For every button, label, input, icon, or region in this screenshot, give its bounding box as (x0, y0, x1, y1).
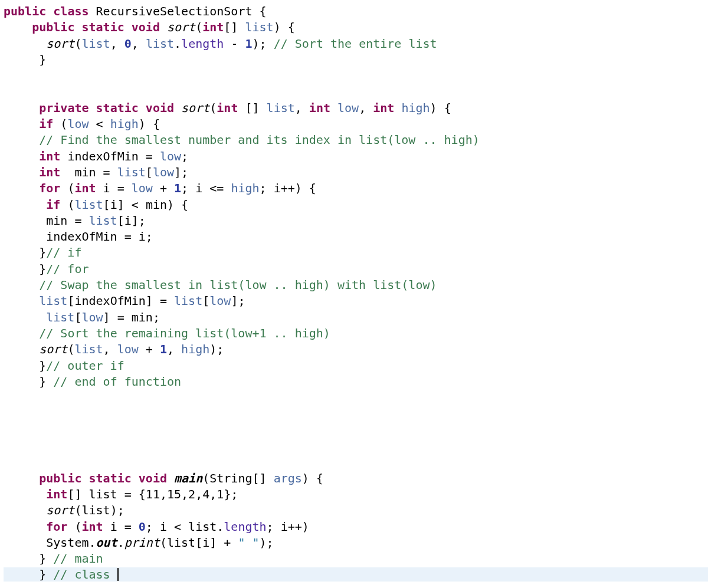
line-3: sort(list, 0, list.length - 1); // Sort … (4, 37, 437, 51)
line-10: int indexOfMin = low; (4, 149, 188, 163)
line-7: private static void sort(int [] list, in… (4, 101, 451, 115)
line-2: public static void sort(int[] list) { (4, 20, 295, 34)
line-6 (4, 84, 11, 98)
line-34: System.out.print(list[i] + " "); (4, 536, 274, 550)
line-29 (4, 455, 11, 469)
line-25 (4, 390, 11, 405)
line-31: int[] list = {11,15,2,4,1}; (4, 487, 238, 501)
line-24: } // end of function (4, 375, 181, 389)
line-13: if (list[i] < min) { (4, 198, 188, 212)
line-17: }// for (4, 262, 89, 276)
line-18: // Swap the smallest in list(low .. high… (4, 278, 437, 292)
line-33: for (int i = 0; i < list.length; i++) (4, 520, 309, 534)
line-22: sort(list, low + 1, high); (4, 342, 224, 356)
line-30: public static void main(String[] args) { (4, 471, 323, 485)
line-14: min = list[i]; (4, 213, 146, 228)
line-23: }// outer if (4, 359, 124, 373)
line-26 (4, 406, 11, 421)
line-27 (4, 423, 11, 437)
line-12: for (int i = low + 1; i <= high; i++) { (4, 181, 316, 195)
line-35: } // main (4, 551, 103, 566)
line-21: // Sort the remaining list(low+1 .. high… (4, 326, 330, 340)
line-15: indexOfMin = i; (4, 229, 153, 244)
code-editor[interactable]: public class RecursiveSelectionSort { pu… (0, 0, 708, 583)
text-cursor (117, 568, 119, 581)
line-4: } (4, 52, 46, 67)
line-36-current: } // class (4, 567, 708, 582)
line-20: list[low] = min; (4, 310, 160, 324)
line-8: if (low < high) { (4, 117, 160, 131)
line-16: }// if (4, 245, 81, 259)
line-9: // Find the smallest number and its inde… (4, 133, 480, 147)
line-1: public class RecursiveSelectionSort { (4, 4, 267, 18)
line-28 (4, 439, 11, 453)
line-5 (4, 68, 11, 83)
line-32: sort(list); (4, 503, 124, 517)
line-11: int min = list[low]; (4, 165, 188, 179)
line-19: list[indexOfMin] = list[low]; (4, 294, 245, 308)
